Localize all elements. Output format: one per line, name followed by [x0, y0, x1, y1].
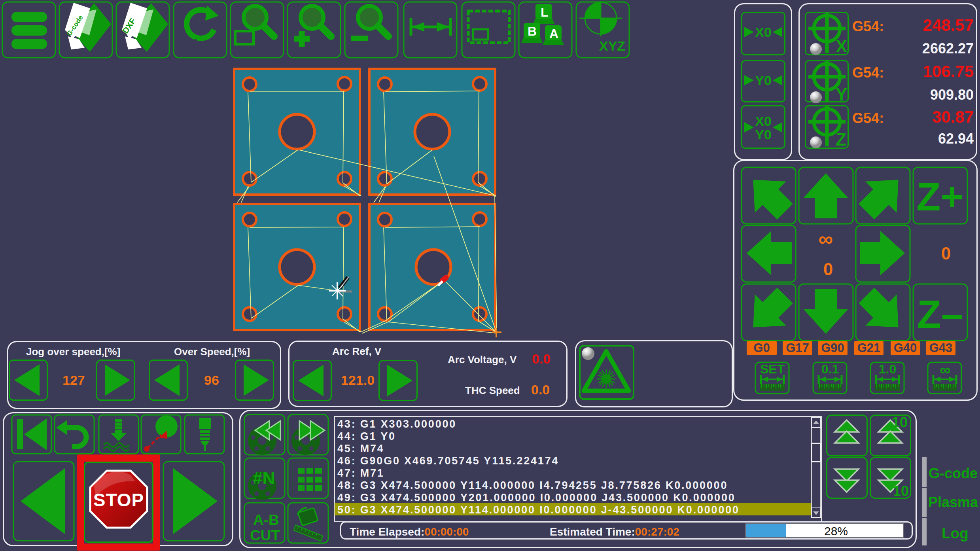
svg-text:X: X — [836, 36, 847, 56]
svg-text:X0: X0 — [755, 114, 772, 129]
svg-text:STOP: STOP — [93, 490, 144, 510]
svg-text:0.1: 0.1 — [821, 362, 839, 376]
svg-text:10: 10 — [892, 414, 908, 430]
svg-text:X0: X0 — [755, 25, 772, 40]
svg-text:XYZ: XYZ — [599, 38, 625, 53]
svg-text:Y0: Y0 — [755, 73, 772, 88]
svg-text:A: A — [549, 27, 558, 41]
svg-text:10: 10 — [893, 483, 909, 499]
svg-text:0: 0 — [941, 244, 951, 263]
svg-text:CUT: CUT — [250, 527, 280, 543]
svg-text:Z: Z — [836, 130, 846, 149]
svg-text:Y0: Y0 — [755, 127, 772, 142]
svg-text:Z–: Z– — [917, 292, 963, 336]
svg-text:Z+: Z+ — [916, 174, 963, 219]
svg-text:∞: ∞ — [940, 362, 950, 378]
svg-text:0: 0 — [823, 259, 833, 279]
svg-text:L: L — [541, 5, 549, 19]
svg-text:1.0: 1.0 — [879, 362, 896, 376]
svg-text:∞: ∞ — [818, 227, 833, 250]
svg-text:A-B: A-B — [253, 512, 279, 528]
svg-text:Y: Y — [836, 85, 847, 104]
svg-text:B: B — [528, 24, 537, 38]
svg-text:SET: SET — [760, 362, 785, 376]
svg-text:#N: #N — [253, 468, 275, 488]
